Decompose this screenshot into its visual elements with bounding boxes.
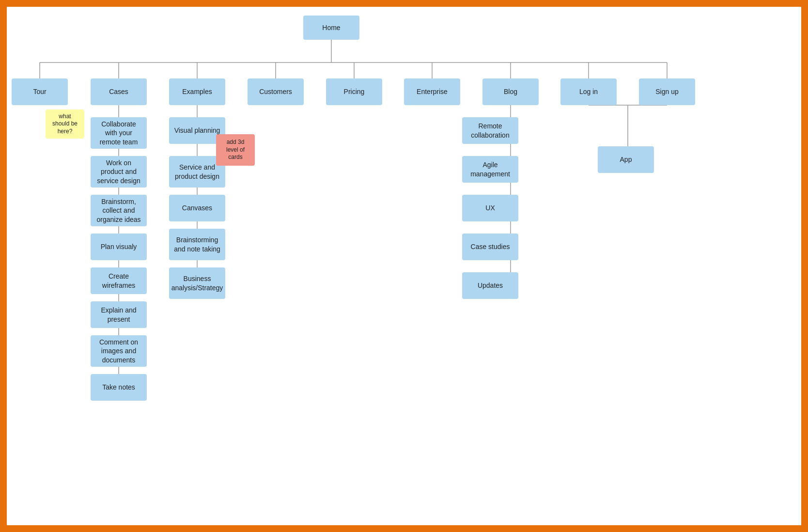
- card-take-notes[interactable]: Take notes: [91, 374, 147, 401]
- card-plan-visually[interactable]: Plan visualy: [91, 234, 147, 260]
- card-what-should[interactable]: what should be here?: [46, 110, 84, 139]
- card-login[interactable]: Log in: [560, 78, 617, 105]
- card-create-wireframes[interactable]: Create wireframes: [91, 267, 147, 294]
- card-app[interactable]: App: [598, 146, 654, 173]
- card-blog[interactable]: Blog: [482, 78, 539, 105]
- card-cases[interactable]: Cases: [91, 78, 147, 105]
- card-tour[interactable]: Tour: [12, 78, 68, 105]
- card-brainstorm-cases[interactable]: Brainstorm, collect and organize ideas: [91, 195, 147, 226]
- card-agile-mgmt[interactable]: Agile management: [462, 156, 518, 183]
- card-customers[interactable]: Customers: [248, 78, 304, 105]
- card-explain-present[interactable]: Explain and present: [91, 301, 147, 328]
- card-examples[interactable]: Examples: [169, 78, 225, 105]
- card-enterprise[interactable]: Enterprise: [404, 78, 460, 105]
- card-comment-images[interactable]: Comment on images and documents: [91, 335, 147, 367]
- card-home[interactable]: Home: [303, 16, 359, 40]
- card-brainstorm-note[interactable]: Brainstorming and note taking: [169, 229, 225, 260]
- card-canvases[interactable]: Canvases: [169, 195, 225, 221]
- card-work-on[interactable]: Work on product and service design: [91, 156, 147, 188]
- card-remote-collab[interactable]: Remote collaboration: [462, 117, 518, 144]
- card-business-analysis[interactable]: Business analysis/Strategy: [169, 267, 225, 299]
- card-ux[interactable]: UX: [462, 195, 518, 221]
- card-signup[interactable]: Sign up: [639, 78, 695, 105]
- card-pricing[interactable]: Pricing: [326, 78, 382, 105]
- card-collaborate[interactable]: Collaborate with your remote team: [91, 117, 147, 149]
- card-case-studies[interactable]: Case studies: [462, 234, 518, 260]
- card-updates[interactable]: Updates: [462, 272, 518, 299]
- card-add-3d[interactable]: add 3d level of cards: [216, 134, 255, 166]
